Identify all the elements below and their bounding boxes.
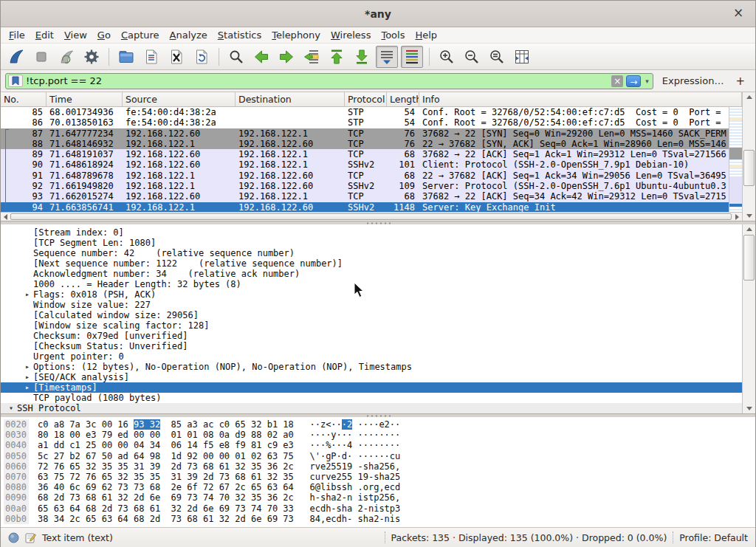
expand-arrow-icon[interactable]: ▸ (21, 372, 33, 382)
packet-row[interactable]: 9271.661949820192.168.122.1192.168.122.6… (1, 181, 729, 191)
detail-line[interactable]: [Checksum Status: Unverified] (1, 341, 742, 351)
packet-row[interactable]: 8568.001734936fe:54:00:d4:38:2aSTP54Conf… (1, 107, 729, 117)
detail-line[interactable]: Window size value: 227 (1, 300, 742, 310)
find-packet-button[interactable] (225, 46, 247, 68)
detail-line[interactable]: TCP payload (1080 bytes) (1, 393, 742, 403)
expand-arrow-icon[interactable]: ▸ (21, 362, 33, 372)
hex-row[interactable]: 003080 18 00 e3 79 ed 00 00 01 01 08 0a … (1, 430, 755, 440)
menu-edit[interactable]: Edit (30, 28, 59, 42)
filter-history-dropdown[interactable]: ▾ (644, 78, 650, 85)
column-time[interactable]: Time (47, 92, 123, 106)
scroll-right-arrow[interactable] (732, 213, 742, 221)
scroll-down-arrow[interactable] (743, 211, 755, 221)
open-file-button[interactable] (115, 46, 137, 68)
collapse-arrow-icon[interactable]: ▾ (5, 403, 17, 413)
expert-info-icon[interactable] (8, 532, 19, 543)
detail-line-timestamps-selected[interactable]: ▸[Timestamps] (1, 382, 742, 393)
scroll-thumb[interactable] (743, 150, 755, 186)
menu-view[interactable]: View (59, 28, 92, 42)
packet-row[interactable]: 8670.013850163fe:54:00:d4:38:2aSTP54Conf… (1, 117, 729, 128)
previous-packet-button[interactable] (250, 46, 272, 68)
start-capture-button[interactable] (5, 46, 27, 68)
clear-filter-button[interactable]: × (611, 75, 623, 87)
detail-line[interactable]: Urgent pointer: 0 (1, 351, 742, 362)
filter-bookmark-icon[interactable] (8, 75, 23, 87)
column-info[interactable]: Info (419, 92, 742, 106)
detail-line[interactable]: Sequence number: 42 (relative sequence n… (1, 248, 742, 258)
packet-row[interactable]: 9171.648789678192.168.122.1192.168.122.6… (1, 171, 729, 181)
display-filter-field[interactable]: × → ▾ (5, 73, 653, 89)
packet-list-vscrollbar[interactable] (742, 92, 755, 221)
restart-capture-button[interactable] (55, 46, 78, 68)
menu-statistics[interactable]: Statistics (213, 28, 267, 42)
expand-arrow-icon[interactable]: ▸ (21, 289, 33, 300)
goto-packet-button[interactable] (300, 46, 323, 68)
menu-wireless[interactable]: Wireless (326, 28, 376, 42)
menu-analyze[interactable]: Analyze (165, 28, 213, 42)
detail-line-options[interactable]: ▸Options: (12 bytes), No-Operation (NOP)… (1, 362, 742, 372)
zoom-in-button[interactable] (436, 46, 458, 68)
column-destination[interactable]: Destination (236, 92, 345, 106)
packet-row[interactable]: 9371.662015274192.168.122.60192.168.122.… (1, 191, 729, 202)
display-filter-input[interactable] (26, 75, 608, 86)
menu-telephony[interactable]: Telephony (267, 28, 326, 42)
menu-capture[interactable]: Capture (116, 28, 165, 42)
detail-line-flags[interactable]: ▸Flags: 0x018 (PSH, ACK) (1, 289, 742, 300)
hex-row[interactable]: 00a065 63 64 68 2d 73 68 61 32 2d 6e 69 … (1, 503, 755, 514)
apply-filter-button[interactable]: → (626, 75, 641, 87)
menu-file[interactable]: File (4, 28, 30, 42)
colorize-toggle[interactable] (401, 46, 423, 68)
detail-line[interactable]: Checksum: 0x79ed [unverified] (1, 331, 742, 341)
auto-scroll-toggle[interactable] (376, 46, 398, 68)
packet-row[interactable]: 9071.648618924192.168.122.60192.168.122.… (1, 159, 729, 170)
detail-line-ssh-version[interactable]: ▸SSH Version 2 (encryption:chacha20-poly… (1, 413, 742, 414)
packet-row[interactable]: 8771.647777234192.168.122.60192.168.122.… (1, 128, 729, 139)
hex-row[interactable]: 0020c0 a8 7a 3c 00 16 93 32 85 a3 ac c0 … (1, 419, 755, 430)
close-window-button[interactable]: × (730, 5, 746, 20)
detail-line[interactable]: Acknowledgment number: 34 (relative ack … (1, 269, 742, 279)
close-file-button[interactable] (165, 46, 188, 68)
detail-line[interactable]: 1000 .... = Header Length: 32 bytes (8) (1, 279, 742, 289)
hex-row[interactable]: 00505c 27 b2 67 50 ad 64 98 1d 92 00 00 … (1, 451, 755, 461)
packet-list-hscrollbar[interactable] (1, 212, 742, 221)
scroll-up-arrow[interactable] (743, 92, 755, 102)
details-vscrollbar[interactable] (742, 224, 755, 413)
menu-go[interactable]: Go (92, 28, 116, 42)
expand-arrow-icon[interactable]: ▸ (21, 382, 33, 393)
hex-row[interactable]: 007063 75 72 76 65 32 35 35 31 39 2d 73 … (1, 472, 755, 482)
expression-button[interactable]: Expression… (659, 75, 727, 86)
hex-row[interactable]: 008036 40 6c 69 62 73 73 68 2e 6f 72 67 … (1, 482, 755, 492)
scroll-down-arrow[interactable] (743, 404, 755, 413)
capture-comment-icon[interactable] (25, 532, 36, 543)
detail-line[interactable]: [TCP Segment Len: 1080] (1, 238, 742, 248)
menu-help[interactable]: Help (410, 28, 442, 42)
add-filter-button[interactable]: + (732, 75, 751, 88)
detail-line[interactable]: [Window size scaling factor: 128] (1, 320, 742, 331)
stop-capture-button[interactable] (30, 46, 52, 68)
column-source[interactable]: Source (123, 92, 236, 106)
detail-line-seq-ack[interactable]: ▸[SEQ/ACK analysis] (1, 372, 742, 382)
packet-row-selected[interactable]: 9471.663856741192.168.122.1192.168.122.6… (1, 202, 729, 213)
zoom-out-button[interactable] (461, 46, 483, 68)
zoom-original-button[interactable] (486, 46, 508, 68)
save-file-button[interactable] (140, 46, 162, 68)
last-packet-button[interactable] (351, 46, 373, 68)
scroll-left-arrow[interactable] (1, 213, 10, 221)
detail-line-ssh-protocol[interactable]: ▾SSH Protocol (1, 403, 742, 413)
resize-columns-button[interactable] (511, 46, 533, 68)
hex-row[interactable]: 009068 2d 73 68 61 32 2d 6e 69 73 74 70 … (1, 492, 755, 503)
detail-line[interactable]: [Next sequence number: 1122 (relative se… (1, 258, 742, 269)
detail-line[interactable]: [Calculated window size: 29056] (1, 310, 742, 320)
column-no[interactable]: No. (1, 92, 47, 106)
menu-tools[interactable]: Tools (376, 28, 410, 42)
packet-row[interactable]: 8971.648191037192.168.122.60192.168.122.… (1, 149, 729, 159)
hex-row[interactable]: 0040a1 dd c1 25 00 00 04 34 06 14 f5 e8 … (1, 440, 755, 450)
column-length[interactable]: Length (387, 92, 419, 106)
profile-label[interactable]: Profile: Default (679, 532, 748, 543)
hex-row[interactable]: 006072 76 65 32 35 35 31 39 2d 73 68 61 … (1, 461, 755, 472)
reload-file-button[interactable] (190, 46, 213, 68)
capture-options-button[interactable] (80, 46, 103, 68)
hex-row[interactable]: 00b038 34 2c 65 63 64 68 2d 73 68 61 32 … (1, 514, 755, 524)
expand-arrow-icon[interactable]: ▸ (21, 413, 33, 414)
scroll-thumb[interactable] (10, 213, 732, 220)
